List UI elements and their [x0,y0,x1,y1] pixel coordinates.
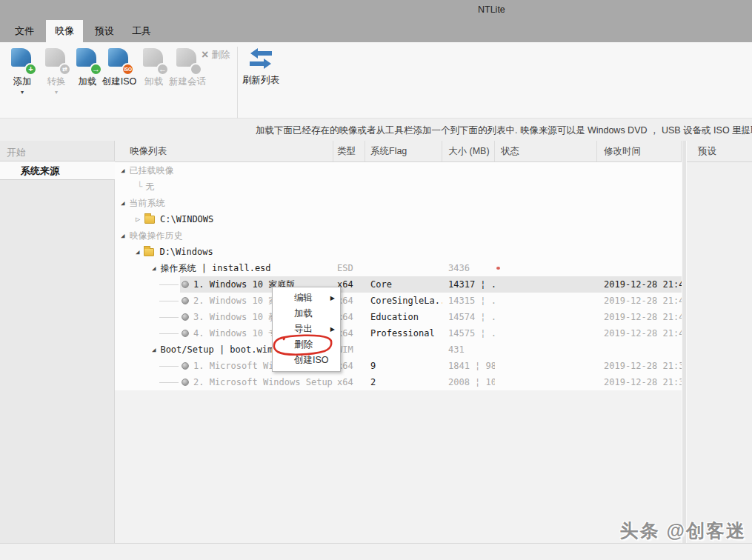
table-row-windows-setup[interactable]: 2. Microsoft Windows Setup ... x64 2 200… [115,374,682,390]
image-list-panel: 映像列表 类型 系统Flag 大小 (MB) 状态 修改时间 ◢已挂载映像 └无… [115,141,682,543]
vertical-scrollbar[interactable] [682,141,687,543]
tab-tools[interactable]: 工具 [124,20,159,42]
create-iso-button[interactable]: ISO 创建ISO [101,47,138,88]
menu-item-create-iso[interactable]: 创建ISO [273,353,340,368]
table-row-c-windows[interactable]: ▷C:\WINDOWS [115,211,682,227]
submenu-arrow-icon: ▶ [330,321,335,337]
convert-button[interactable]: ⇄ 转换 ▾ [40,47,73,96]
table-row-current-system[interactable]: ◢当前系统 [115,195,682,211]
expander-expanded-icon: ◢ [152,346,156,353]
add-image-icon: + [10,47,35,73]
table-header: 映像列表 类型 系统Flag 大小 (MB) 状态 修改时间 [115,141,682,162]
column-header-flag[interactable]: 系统Flag [365,141,442,161]
new-session-icon [175,47,200,73]
menu-item-load[interactable]: 加载 [273,306,340,321]
chevron-down-icon: ▾ [40,90,73,96]
table-row-win10-home-sl[interactable]: 2. Windows 10 家 x64 CoreSingleLa... 1431… [115,293,682,309]
expander-expanded-icon: ◢ [121,167,124,174]
tab-image[interactable]: 映像 [46,20,83,42]
edition-bullet-icon [182,313,189,321]
edition-bullet-icon [182,362,189,370]
folder-icon [144,248,154,256]
add-button[interactable]: + 添加 ▾ [6,47,39,96]
tab-bar: 文件 映像 预设 工具 [0,20,752,42]
info-bar: 加载下面已经存在的映像或者从工具栏添加一个到下面的列表中. 映像来源可以是 Wi… [0,119,752,141]
edition-bullet-icon [182,379,189,386]
sidebar: 开始 系统来源 [0,141,115,543]
title-bar: NTLite [0,0,752,20]
table-row-winpe[interactable]: 1. Microsoft Win x64 9 1841 ¦ 981 2019-1… [115,358,682,374]
menu-item-delete[interactable]: 删除 [273,337,340,353]
expander-expanded-icon: ◢ [152,264,156,272]
create-iso-icon: ISO [107,47,132,73]
folder-icon [144,216,155,224]
tab-file[interactable]: 文件 [7,20,41,42]
edition-bullet-icon [182,330,189,337]
column-header-preset[interactable]: 预设 [687,141,752,162]
expander-expanded-icon: ◢ [121,199,124,207]
unload-image-icon: ← [142,47,167,73]
sidebar-section-label: 开始 [7,146,26,159]
preset-panel: 预设 [687,141,752,543]
chevron-down-icon: ▾ [6,90,39,96]
column-header-size[interactable]: 大小 (MB) [442,141,495,161]
column-header-image-list[interactable]: 映像列表 [115,141,333,161]
status-bar [0,543,752,560]
delete-button[interactable]: ×删除 [202,48,230,61]
column-header-modified[interactable]: 修改时间 [597,141,682,161]
edition-bullet-icon [182,281,189,288]
info-text: 加载下面已经存在的映像或者从工具栏添加一个到下面的列表中. 映像来源可以是 Wi… [256,124,752,137]
expander-collapsed-icon: ▷ [136,216,140,223]
window-title: NTLite [478,4,505,15]
red-dot-annotation [496,267,500,270]
delete-x-icon: × [202,48,208,61]
watermark-text: 头条 @创客迷 [620,519,746,543]
menu-item-edit[interactable]: 编辑▶ [273,290,340,306]
context-menu: 编辑▶ 加载 导出▶ 删除 创建ISO [272,287,341,372]
load-image-icon: → [75,47,100,73]
table-body: ◢已挂载映像 └无 ◢当前系统 ▷C:\WINDOWS ◢映像操作历史 ◢D:\… [115,162,682,390]
expander-expanded-icon: ◢ [121,232,124,239]
tab-presets[interactable]: 预设 [87,20,122,42]
table-row-d-windows[interactable]: ◢D:\Windows [115,244,682,260]
refresh-list-button[interactable]: 刷新列表 [240,47,282,87]
ribbon: + 添加 ▾ ⇄ 转换 ▾ → 加载 ISO 创建ISO ← 卸载 新建会话 ×… [0,42,752,119]
table-row-win10-pro[interactable]: 4. Windows 10 专 x64 Professional 14575 ¦… [115,325,682,341]
edition-bullet-icon [182,297,189,304]
sidebar-item-system-source[interactable]: 系统来源 [0,161,115,180]
convert-image-icon: ⇄ [44,47,69,73]
column-header-type[interactable]: 类型 [333,141,365,161]
submenu-arrow-icon: ▶ [330,290,335,306]
column-header-status[interactable]: 状态 [495,141,597,161]
table-row-win10-home[interactable]: 1. Windows 10 家庭版 x64 Core 14317 ¦ ... 2… [115,276,682,293]
table-row-install-esd[interactable]: ◢操作系统 | install.esd ESD 3436 [115,260,682,276]
load-button[interactable]: → 加载 [73,47,102,88]
expander-expanded-icon: ◢ [136,248,139,256]
table-row-mounted-images[interactable]: ◢已挂载映像 [115,162,682,179]
unload-button[interactable]: ← 卸载 [139,47,169,88]
table-row-none[interactable]: └无 [115,179,682,195]
tree-corner-icon: └ [137,179,142,195]
menu-item-export[interactable]: 导出▶ [273,321,340,337]
table-row-image-history[interactable]: ◢映像操作历史 [115,227,682,244]
table-row-win10-education[interactable]: 3. Windows 10 教 x64 Education 14574 ¦ ..… [115,309,682,325]
refresh-icon [247,47,274,72]
table-row-boot-wim[interactable]: ◢Boot/Setup | boot.wim WIM 431 [115,341,682,358]
